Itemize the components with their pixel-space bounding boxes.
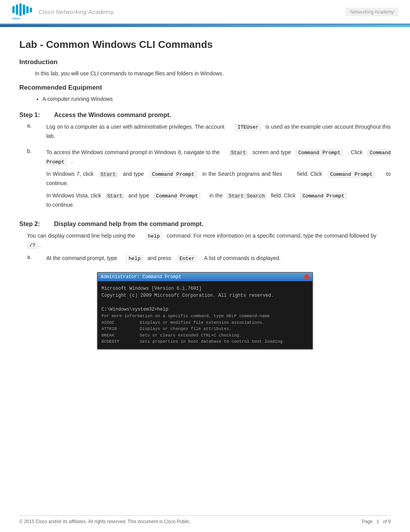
step1b-start-keyword: Start — [229, 150, 247, 156]
step1b-start-keyword-3: Start — [106, 193, 124, 199]
step2-label: Step 2: — [19, 221, 46, 228]
step1b-para2: In Windows 7, click Start and type Comma… — [46, 170, 391, 188]
step1b-start-search-keyword: Start Search — [227, 193, 266, 199]
svg-rect-2 — [19, 3, 22, 16]
page-footer: © 2015 Cisco and/or its affiliates. All … — [19, 515, 391, 524]
step2-heading: Step 2: Display command help from the co… — [19, 221, 391, 228]
step1b-command-prompt-5: Command Prompt — [154, 193, 200, 199]
svg-rect-3 — [23, 5, 25, 15]
main-content: Lab - Common Windows CLI Commands Introd… — [0, 27, 410, 371]
svg-rect-0 — [12, 6, 15, 13]
terminal-body: Microsoft Windows [Version 6.1.7601] Cop… — [98, 281, 312, 349]
step1b-para3: In Windows Vista, click Start and type C… — [46, 191, 391, 210]
step1b: b. To access the Windows command prompt … — [27, 148, 391, 213]
cisco-logo-icon: cisco — [12, 3, 35, 20]
footer-copyright: © 2015 Cisco and/or its affiliates. All … — [19, 519, 191, 524]
terminal-line-5: For more information on a specific comma… — [102, 313, 308, 320]
terminal-titlebar: Administrator: Command Prompt — [98, 273, 312, 281]
terminal-screenshot: Administrator: Command Prompt Microsoft … — [97, 272, 313, 350]
footer-page-info: Page 1 of 9 — [362, 519, 391, 524]
step2a-content: At the command prompt, type help and pre… — [46, 254, 391, 266]
step1a-account-code: ITEUser — [235, 124, 261, 131]
terminal-line-3 — [102, 299, 308, 306]
logo-area: cisco Cisco Networking Academy — [12, 3, 114, 20]
page-header: cisco Cisco Networking Academy Networkin… — [0, 0, 410, 25]
step1b-para1: To access the Windows command prompt in … — [46, 148, 391, 167]
equipment-list: A computer running Windows — [42, 95, 391, 104]
step1a-content: Log on to a computer as a user with admi… — [46, 122, 391, 144]
introduction-body: In this lab, you will use CLI commands t… — [35, 69, 391, 78]
step1b-start-keyword-2: Start — [99, 172, 117, 177]
step1b-command-prompt-1: Command Prompt — [296, 150, 343, 156]
step1-title: Access the Windows command prompt. — [54, 112, 171, 119]
step1-heading: Step 1: Access the Windows command promp… — [19, 112, 391, 119]
page-title: Lab - Common Windows CLI Commands — [19, 39, 391, 51]
svg-rect-1 — [16, 5, 18, 15]
step2-title: Display command help from the command pr… — [54, 221, 203, 228]
step1-label: Step 1: — [19, 112, 46, 119]
step1a-label: a. — [27, 122, 39, 144]
step1a-text: Log on to a computer as a user with admi… — [46, 122, 391, 141]
step2-intro: You can display command line help using … — [27, 231, 391, 250]
terminal-close-button[interactable] — [304, 274, 309, 280]
step1b-command-prompt-4: Command Prompt — [328, 171, 375, 178]
header-title: Cisco Networking Academy — [39, 8, 114, 15]
step1a: a. Log on to a computer as a user with a… — [27, 122, 391, 144]
introduction-heading: Introduction — [19, 58, 391, 66]
svg-rect-5 — [30, 8, 32, 12]
step1b-command-prompt-6: Command Prompt — [300, 193, 347, 199]
step2a-enter-key: Enter — [177, 255, 197, 262]
step1b-command-prompt-3: Command Prompt — [149, 171, 197, 178]
step2-help-code: help — [146, 233, 162, 240]
recommended-equipment-heading: Recommended Equipment — [19, 84, 391, 92]
svg-text:cisco: cisco — [12, 17, 20, 20]
terminal-line-9: BCDEDIT Sets properties in boot database… — [102, 338, 308, 345]
step2a-text: At the command prompt, type help and pre… — [46, 254, 391, 263]
terminal-title: Administrator: Command Prompt — [101, 274, 181, 280]
step2a-label: a. — [27, 254, 39, 266]
terminal-line-8: BREAK Sets or clears extended CTRL+C che… — [102, 332, 308, 339]
step1b-label: b. — [27, 148, 39, 213]
terminal-line-6: ASSOC Displays or modifies file extensio… — [102, 320, 308, 326]
step2-qmark-code: /? — [27, 242, 38, 249]
equipment-item-1: A computer running Windows — [42, 95, 391, 104]
terminal-line-7: ATTRIB Displays or changes file attribut… — [102, 326, 308, 332]
terminal-line-4: C:\Windows\system32>help — [102, 306, 308, 313]
header-nav-label: Networking Academy — [346, 8, 398, 16]
terminal-line-1: Microsoft Windows [Version 6.1.7601] — [102, 285, 308, 292]
step2a-help-code: help — [126, 255, 143, 262]
svg-rect-4 — [26, 6, 29, 13]
page-wrapper: cisco Cisco Networking Academy Networkin… — [0, 0, 410, 532]
terminal-line-2: Copyright (c) 2009 Microsoft Corporation… — [102, 292, 308, 299]
step2a: a. At the command prompt, type help and … — [27, 254, 391, 266]
step1b-content: To access the Windows command prompt in … — [46, 148, 391, 213]
